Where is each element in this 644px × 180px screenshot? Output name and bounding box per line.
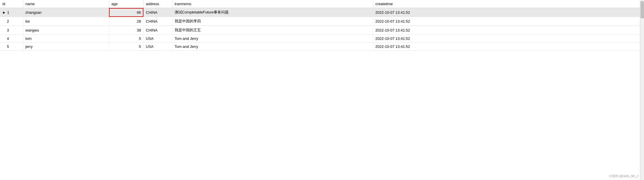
cell-id: ►1 (0, 8, 23, 17)
cell-createtime: 2022-10-07 13:41:52 (373, 26, 644, 35)
cell-name: jerry (23, 43, 109, 51)
table-row[interactable]: ►1zhangsan66CHINA测试CompletableFuture事务问题… (0, 8, 644, 17)
cell-age: 5 (109, 35, 143, 43)
cell-address: CHINA (143, 17, 172, 26)
col-createtime: createtime (373, 0, 644, 8)
cell-age: 66 (109, 8, 143, 17)
cell-name: zhangsan (23, 8, 109, 17)
cell-id: 5 (0, 43, 23, 51)
watermark: CSDN @Hello_Mr_J (609, 174, 638, 178)
cell-createtime: 2022-10-07 13:41:52 (373, 43, 644, 51)
row-indicator: ► (2, 10, 6, 15)
cell-id: 4 (0, 35, 23, 43)
cell-address: USA (143, 35, 172, 43)
cell-address: CHINA (143, 26, 172, 35)
table-row[interactable]: 4tom5USATom and Jerry2022-10-07 13:41:52 (0, 35, 644, 43)
col-address: address (143, 0, 172, 8)
cell-createtime: 2022-10-07 13:41:52 (373, 17, 644, 26)
col-name: name (23, 0, 109, 8)
vertical-scrollbar[interactable] (640, 0, 644, 180)
table-header-row: id name age address tranmemo createtime (0, 0, 644, 8)
cell-address: USA (143, 43, 172, 51)
scrollbar-thumb[interactable] (641, 1, 644, 18)
cell-createtime: 2022-10-07 13:41:52 (373, 8, 644, 17)
data-table: id name age address tranmemo createtime (0, 0, 644, 51)
table-container: id name age address tranmemo createtime (0, 0, 644, 180)
cell-createtime: 2022-10-07 13:41:52 (373, 35, 644, 43)
cell-tranmemo: 测试CompletableFuture事务问题 (172, 8, 373, 17)
cell-tranmemo: Tom and Jerry (172, 35, 373, 43)
cell-name: tom (23, 35, 109, 43)
cell-id: 2 (0, 17, 23, 26)
cell-tranmemo: 我是中国的王五 (172, 26, 373, 35)
cell-address: CHINA (143, 8, 172, 17)
col-age: age (109, 0, 143, 8)
table-body: ►1zhangsan66CHINA测试CompletableFuture事务问题… (0, 8, 644, 51)
cell-tranmemo: 我是中国的李四 (172, 17, 373, 26)
col-id: id (0, 0, 23, 8)
cell-age: 28 (109, 17, 143, 26)
cell-age: 5 (109, 43, 143, 51)
cell-name: wangwu (23, 26, 109, 35)
cell-tranmemo: Tom and Jerry (172, 43, 373, 51)
table-row[interactable]: 5jerry5USATom and Jerry2022-10-07 13:41:… (0, 43, 644, 51)
cell-id: 3 (0, 26, 23, 35)
cell-age: 38 (109, 26, 143, 35)
table-row[interactable]: 2lisi28CHINA我是中国的李四2022-10-07 13:41:52 (0, 17, 644, 26)
table-row[interactable]: 3wangwu38CHINA我是中国的王五2022-10-07 13:41:52 (0, 26, 644, 35)
cell-name: lisi (23, 17, 109, 26)
col-tranmemo: tranmemo (172, 0, 373, 8)
